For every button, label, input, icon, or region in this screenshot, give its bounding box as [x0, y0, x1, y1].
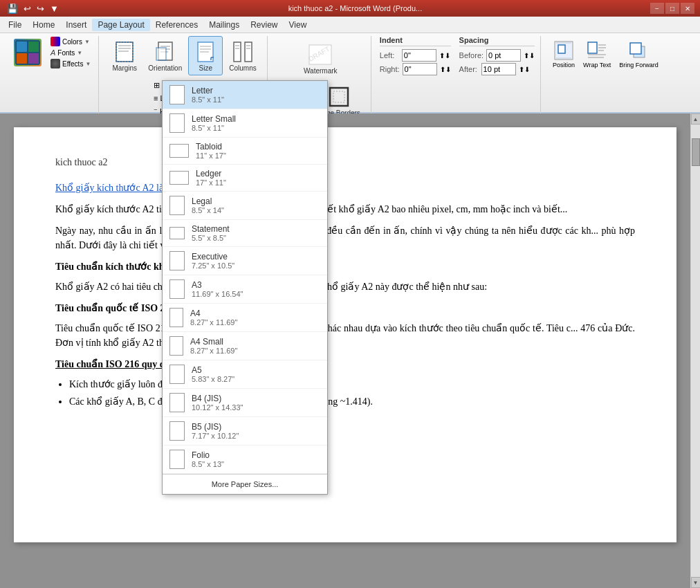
size-item-dims: 5.5" x 8.5"	[192, 234, 320, 242]
size-item[interactable]: B5 (JIS) 7.17" x 10.12"	[163, 417, 327, 445]
customize-icon[interactable]: ▼	[48, 3, 60, 14]
size-item-info: Letter 8.5" x 11"	[192, 86, 320, 104]
menu-review[interactable]: Review	[245, 19, 283, 31]
minimize-button[interactable]: −	[650, 3, 664, 14]
menu-mailings[interactable]: Mailings	[203, 19, 245, 31]
size-item-name: B5 (JIS)	[192, 422, 320, 432]
size-item-name: Legal	[192, 196, 320, 206]
spacing-before-spinner[interactable]: ⬆⬇	[524, 52, 535, 59]
size-item-dims: 8.5" x 13"	[192, 460, 320, 468]
bring-forward-button[interactable]: Bring Forward	[616, 36, 662, 72]
themes-sublabels: Colors ▼ A Fonts ▼ Effects ▼	[48, 36, 93, 69]
indent-left-input[interactable]	[402, 49, 436, 62]
size-item[interactable]: A4 8.27" x 11.69"	[163, 304, 327, 332]
more-paper-sizes-button[interactable]: More Paper Sizes...	[163, 474, 327, 494]
size-dropdown-list[interactable]: Letter 8.5" x 11" Letter Small 8.5" x 11…	[163, 81, 327, 474]
size-item[interactable]: Folio 8.5" x 13"	[163, 445, 327, 474]
scroll-down-arrow[interactable]: ▼	[691, 577, 701, 588]
position-label: Position	[553, 62, 575, 68]
undo-icon[interactable]: ↩	[22, 3, 33, 14]
size-item-name: Tabloid	[196, 142, 320, 151]
quick-access-toolbar: 💾 ↩ ↪ ▼	[6, 3, 60, 14]
svg-rect-21	[234, 42, 241, 62]
breaks-icon: ⊞	[154, 81, 160, 90]
size-item[interactable]: A4 Small 8.27" x 11.69"	[163, 332, 327, 360]
spacing-before-input[interactable]	[486, 49, 521, 62]
svg-rect-34	[558, 45, 565, 53]
scroll-up-arrow[interactable]: ▲	[691, 113, 701, 125]
size-item[interactable]: A3 11.69" x 16.54"	[163, 275, 327, 304]
orientation-button[interactable]: Orientation	[143, 36, 187, 75]
size-item-info: A3 11.69" x 16.54"	[192, 280, 320, 298]
indent-right-input[interactable]	[403, 63, 437, 75]
size-item-icon	[169, 279, 185, 299]
size-item[interactable]: Statement 5.5" x 8.5"	[163, 220, 327, 247]
size-item-icon	[169, 251, 185, 270]
fonts-dropdown-arrow: ▼	[77, 50, 82, 56]
wrap-text-button[interactable]: Wrap Text	[580, 36, 614, 72]
fonts-button[interactable]: A Fonts ▼	[48, 48, 93, 57]
themes-button[interactable]	[11, 36, 44, 69]
size-item-dims: 10.12" x 14.33"	[192, 403, 320, 412]
save-icon[interactable]: 💾	[6, 3, 19, 14]
size-item[interactable]: A5 5.83" x 8.27"	[163, 360, 327, 389]
size-item[interactable]: B4 (JIS) 10.12" x 14.33"	[163, 389, 327, 417]
size-item-dims: 11" x 17"	[196, 151, 320, 160]
colors-button[interactable]: Colors ▼	[48, 36, 93, 47]
menu-file[interactable]: File	[3, 19, 27, 31]
size-button[interactable]: Size	[188, 36, 223, 75]
size-item-info: B4 (JIS) 10.12" x 14.33"	[192, 394, 320, 412]
indent-left-spinner[interactable]: ⬆⬇	[439, 52, 450, 59]
size-item-dims: 17" x 11"	[196, 178, 320, 187]
size-dropdown: Letter 8.5" x 11" Letter Small 8.5" x 11…	[162, 80, 328, 495]
margins-button[interactable]: Margins	[107, 36, 142, 75]
size-item-name: A4 Small	[190, 337, 320, 347]
columns-button[interactable]: Columns	[224, 36, 261, 75]
redo-icon[interactable]: ↪	[35, 3, 46, 14]
indent-left-label: Left:	[380, 51, 399, 59]
section3-heading: Tiêu chuẩn ISO 216 quy định về khổ giấy …	[55, 357, 635, 371]
size-item-icon	[169, 308, 183, 327]
size-item[interactable]: Ledger 17" x 11"	[163, 165, 327, 192]
size-item-dims: 8.5" x 11"	[192, 124, 320, 132]
effects-dropdown-arrow: ▼	[85, 61, 91, 67]
close-button[interactable]: ✕	[681, 3, 694, 14]
spacing-after-input[interactable]	[481, 63, 516, 75]
indent-right-spinner[interactable]: ⬆⬇	[440, 66, 451, 73]
size-item[interactable]: Letter 8.5" x 11"	[163, 81, 327, 109]
indent-column: Indent Left: ⬆⬇ Right: ⬆⬇	[380, 36, 451, 75]
svg-rect-22	[245, 42, 252, 62]
wrap-text-icon	[586, 39, 608, 62]
orientation-label: Orientation	[148, 64, 182, 72]
spacing-after-spinner[interactable]: ⬆⬇	[519, 66, 530, 73]
margins-label: Margins	[113, 64, 138, 72]
menu-page-layout[interactable]: Page Layout	[92, 19, 149, 31]
themes-icon	[14, 39, 42, 66]
effects-button[interactable]: Effects ▼	[48, 58, 93, 69]
spacing-label: Spacing	[459, 36, 535, 46]
section2-heading: Tiêu chuẩn quốc tế ISO 216	[55, 301, 635, 315]
line-numbers-icon: ≡	[154, 94, 158, 102]
bullet-item-1: Kích thước giấy luôn được viết chiều ngắ…	[69, 377, 635, 392]
maximize-button[interactable]: □	[665, 3, 679, 14]
spacing-column: Spacing Before: ⬆⬇ After: ⬆⬇	[459, 36, 535, 75]
colors-label: Colors	[62, 38, 82, 46]
svg-rect-44	[630, 43, 641, 54]
position-button[interactable]: Position	[549, 36, 578, 72]
size-item[interactable]: Letter Small 8.5" x 11"	[163, 109, 327, 138]
size-item[interactable]: Tabloid 11" x 17"	[163, 138, 327, 165]
spacing-after-label: After:	[459, 65, 479, 73]
scroll-thumb[interactable]	[692, 138, 700, 166]
menu-references[interactable]: References	[150, 19, 203, 31]
bring-forward-icon	[628, 39, 650, 62]
fonts-label: Fonts	[57, 49, 75, 57]
size-item-info: A4 8.27" x 11.69"	[190, 309, 320, 327]
size-item[interactable]: Executive 7.25" x 10.5"	[163, 247, 327, 275]
menu-home[interactable]: Home	[27, 19, 60, 31]
size-item[interactable]: Legal 8.5" x 14"	[163, 192, 327, 220]
watermark-button[interactable]: DRAFT Watermark	[276, 39, 365, 78]
menu-view[interactable]: View	[284, 19, 313, 31]
document-area: kich thuoc a2 Khổ giấy kích thước A2 là …	[0, 113, 700, 588]
menu-insert[interactable]: Insert	[60, 19, 92, 31]
spacing-before-row: Before: ⬆⬇	[459, 49, 535, 62]
